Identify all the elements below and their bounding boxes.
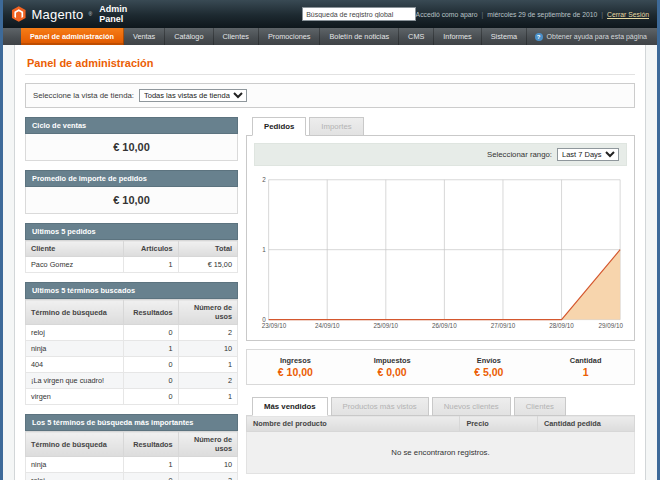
metric-cantidad: Cantidad1 bbox=[537, 356, 634, 378]
right-column: PedidosImportes Seleccionar rango: Last … bbox=[246, 117, 635, 474]
store-view-select[interactable]: Todas las vistas de tienda bbox=[139, 89, 247, 102]
reports-tabs: Más vendidosProductos más vistosNuevos c… bbox=[246, 397, 635, 415]
table-cell: reloj bbox=[26, 325, 124, 341]
last-search-terms-widget: Ultimos 5 términos buscados Término de b… bbox=[25, 282, 238, 405]
title-divider bbox=[25, 74, 635, 75]
chart-tick-label: 2 bbox=[262, 176, 266, 183]
metric-value: 1 bbox=[537, 366, 634, 378]
top-search-terms-widget: Los 5 términos de búsqueda más important… bbox=[25, 414, 238, 480]
table-cell: 0 bbox=[123, 473, 178, 480]
widget-title: Los 5 términos de búsqueda más important… bbox=[25, 414, 238, 431]
tab-productos-m-s-vistos[interactable]: Productos más vistos bbox=[331, 397, 429, 416]
logo-trademark: ® bbox=[89, 11, 93, 17]
range-selector-bar: Seleccionar rango: Last 7 Days bbox=[254, 143, 627, 166]
totals-summary: Ingresos€ 10,00Impuestos€ 0,00Envíos€ 5,… bbox=[246, 349, 635, 385]
table-header-row: Nombre del productoPrecioCantidad pedida bbox=[247, 416, 635, 432]
metric-impuestos: Impuestos€ 0,00 bbox=[344, 356, 441, 378]
column-header: Término de búsqueda bbox=[26, 300, 124, 325]
tab-m-s-vendidos[interactable]: Más vendidos bbox=[252, 397, 328, 416]
table-cell: 0 bbox=[123, 373, 178, 389]
table-row[interactable]: reloj02 bbox=[26, 325, 238, 341]
table-cell: 1 bbox=[123, 257, 178, 273]
table-row[interactable]: Paco Gomez1€ 15,00 bbox=[26, 257, 238, 273]
table-header-row: ClienteArtículosTotal bbox=[26, 241, 238, 257]
table-cell: Paco Gomez bbox=[26, 257, 124, 273]
logo-text: Magento bbox=[32, 7, 84, 22]
empty-message: No se encontraron registros. bbox=[247, 432, 635, 474]
table-header-row: Término de búsquedaResultadosNúmero de u… bbox=[26, 432, 238, 457]
nav-items: Panel de administraciónVentasCatálogoCli… bbox=[21, 28, 527, 45]
dashboard-content: Panel de administración Seleccione la vi… bbox=[14, 45, 646, 480]
table-row[interactable]: reloj02 bbox=[26, 473, 238, 480]
table-cell: 0 bbox=[123, 357, 178, 373]
global-search-input[interactable] bbox=[302, 7, 415, 21]
table-cell: 1 bbox=[123, 457, 178, 473]
logged-in-as: Accedió como aparo bbox=[416, 11, 478, 18]
table-row[interactable]: ninja110 bbox=[26, 457, 238, 473]
tab-nuevos-clientes[interactable]: Nuevos clientes bbox=[432, 397, 511, 416]
column-header: Número de usos bbox=[178, 300, 237, 325]
metric-label: Envíos bbox=[441, 356, 538, 365]
column-header: Precio bbox=[460, 416, 538, 432]
nav-item-bolet-n-de-noticias[interactable]: Boletín de noticias bbox=[320, 28, 399, 45]
nav-item-promociones[interactable]: Promociones bbox=[259, 28, 321, 45]
logout-link[interactable]: Cerrar Sesión bbox=[607, 11, 649, 18]
nav-item-panel-de-administraci-n[interactable]: Panel de administración bbox=[21, 28, 124, 45]
tab-pedidos[interactable]: Pedidos bbox=[252, 117, 306, 136]
widget-title: Ultimos 5 pedidos bbox=[25, 223, 238, 240]
chart-tick-label: 29/09/10 bbox=[599, 322, 624, 329]
separator: | bbox=[482, 11, 484, 18]
tab-importes[interactable]: Importes bbox=[309, 117, 363, 136]
table-cell: 1 bbox=[123, 341, 178, 357]
metric-envíos: Envíos€ 5,00 bbox=[441, 356, 538, 378]
nav-item-informes[interactable]: Informes bbox=[434, 28, 481, 45]
table-row[interactable]: 40401 bbox=[26, 357, 238, 373]
table-cell: virgen bbox=[26, 389, 124, 405]
store-view-label: Seleccione la vista de tienda: bbox=[33, 91, 134, 100]
chart-tabs: PedidosImportes bbox=[246, 117, 635, 135]
nav-item-ventas[interactable]: Ventas bbox=[124, 28, 165, 45]
chart-tick-label: 26/09/10 bbox=[432, 322, 457, 329]
left-column: Ciclo de ventas € 10,00 Promedio de impo… bbox=[25, 117, 238, 480]
table-cell: ninja bbox=[26, 341, 124, 357]
magento-logo-icon bbox=[11, 6, 27, 22]
products-table: Nombre del productoPrecioCantidad pedida… bbox=[246, 415, 635, 474]
nav-item-sistema[interactable]: Sistema bbox=[482, 28, 527, 45]
top-search-terms-table: Término de búsquedaResultadosNúmero de u… bbox=[25, 431, 238, 480]
metric-label: Cantidad bbox=[537, 356, 634, 365]
column-header: Término de búsqueda bbox=[26, 432, 124, 457]
avg-order-value: € 10,00 bbox=[25, 187, 238, 214]
nav-item-cms[interactable]: CMS bbox=[399, 28, 434, 45]
nav-item-cat-logo[interactable]: Catálogo bbox=[165, 28, 213, 45]
table-cell: 10 bbox=[178, 341, 237, 357]
column-header: Artículos bbox=[123, 241, 178, 257]
table-row[interactable]: ninja110 bbox=[26, 341, 238, 357]
range-select[interactable]: Last 7 Days bbox=[557, 148, 619, 161]
column-header: Resultados bbox=[123, 300, 178, 325]
separator: | bbox=[601, 11, 603, 18]
table-cell: 1 bbox=[178, 389, 237, 405]
sales-cycle-value: € 10,00 bbox=[25, 134, 238, 161]
table-row[interactable]: virgen01 bbox=[26, 389, 238, 405]
session-info: Accedió como aparo | miércoles 29 de sep… bbox=[416, 11, 649, 18]
table-cell: 10 bbox=[178, 457, 237, 473]
nav-item-clientes[interactable]: Clientes bbox=[214, 28, 259, 45]
chart-tick-label: 1 bbox=[262, 246, 266, 253]
help-link[interactable]: ? Obtener ayuda para esta página bbox=[535, 28, 657, 45]
table-cell: 404 bbox=[26, 357, 124, 373]
column-header: Resultados bbox=[123, 432, 178, 457]
chart-tick-label: 23/09/10 bbox=[262, 322, 287, 329]
chart-area: 01223/09/1024/09/1025/09/1026/09/1027/09… bbox=[254, 166, 627, 333]
column-header: Nombre del producto bbox=[247, 416, 460, 432]
table-cell: ninja bbox=[26, 457, 124, 473]
table-cell: reloj bbox=[26, 473, 124, 480]
widget-title: Ultimos 5 términos buscados bbox=[25, 282, 238, 299]
store-view-selector-box: Seleccione la vista de tienda: Todas las… bbox=[25, 83, 635, 108]
magento-logo: Magento ® Admin Panel bbox=[11, 4, 152, 24]
range-label: Seleccionar rango: bbox=[487, 150, 552, 159]
tab-clientes[interactable]: Clientes bbox=[514, 397, 566, 416]
table-cell: 2 bbox=[178, 473, 237, 480]
table-row[interactable]: ¡La virgen que cuadro!02 bbox=[26, 373, 238, 389]
table-cell: ¡La virgen que cuadro! bbox=[26, 373, 124, 389]
widget-title: Ciclo de ventas bbox=[25, 117, 238, 134]
